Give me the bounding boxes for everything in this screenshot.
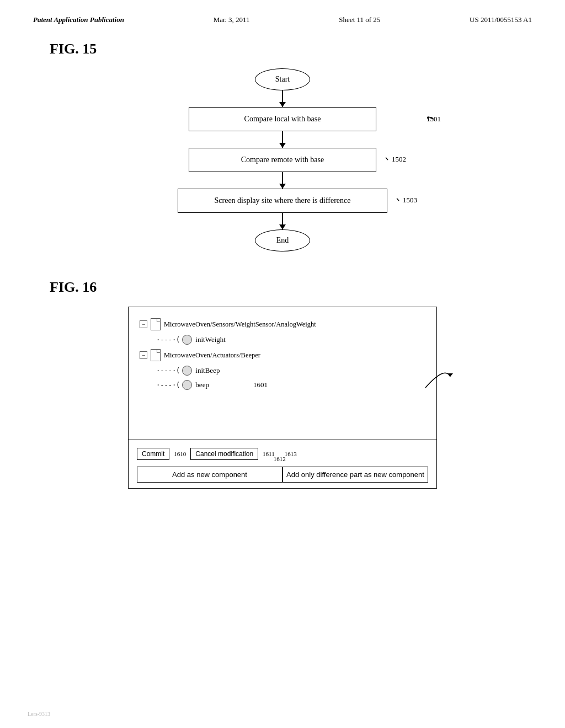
dialog-content: − MicrowaveOven/Sensors/WeightSensor/Ana… [129,307,436,440]
minus-icon-1: − [140,320,147,328]
tree-item-2: − MicrowaveOven/Actuators/Beeper [140,349,425,361]
add-new-component-button[interactable]: Add as new component [137,467,282,483]
tree-child-2b: ·---·( beep 1601 [156,380,425,390]
header-date: Mar. 3, 2011 [214,15,250,24]
dialog-bottom: Commit 1610 Cancel modification 1611 161… [129,440,436,488]
commit-ref: 1610 [174,451,186,457]
flowchart-box3: Screen display site where there is diffe… [178,189,387,213]
flowchart-box1: Compare local with base 1501 [189,107,376,131]
fig15-label: FIG. 15 [50,41,565,57]
ref-curve-svg [423,366,456,393]
tree-icons-1: − [140,318,161,330]
circle-icon-2a [182,366,192,376]
tree-icons-2: − [140,349,161,361]
doc-icon-1 [151,318,161,330]
flowchart-end: End [255,229,310,251]
doc-icon-2 [151,349,161,361]
minus-icon-2: − [140,351,147,359]
fig16-dialog: − MicrowaveOven/Sensors/WeightSensor/Ana… [128,307,437,489]
cancel-ref: 1611 [263,451,275,457]
header-sheet: Sheet 11 of 25 [339,15,380,24]
cancel-button[interactable]: Cancel modification [190,448,258,460]
flowchart-start: Start [255,68,310,90]
circle-icon-2b [182,380,192,390]
tree-line-2a: ·---·( [156,367,180,374]
flowchart-box2: Compare remote with base 1502 [189,148,376,172]
tree-child-1: ·---·( initWeight [156,335,425,345]
ref-1612: 1612 [274,456,286,462]
flowchart-fig15: Start Compare local with base 1501 Compa… [0,68,565,251]
arrow-3 [282,172,283,189]
arrow-2 [282,131,283,148]
arrow-4 [282,213,283,229]
arrow-1 [282,90,283,107]
commit-button[interactable]: Commit [137,448,169,460]
tree-line-1: ·---·( [156,336,180,344]
watermark: Lers-9313 [28,711,50,717]
page-header: Patent Application Publication Mar. 3, 2… [0,0,565,24]
fig15-section: FIG. 15 Start Compare local with base 15… [0,41,565,251]
bottom-buttons-row2: Add as new component Add only difference… [137,467,428,483]
ref-1601: 1601 [253,381,268,389]
add-diff-component-button[interactable]: Add only difference part as new componen… [282,467,428,483]
header-publication: Patent Application Publication [33,15,124,24]
header-patent: US 2011/0055153 A1 [470,15,532,24]
ref-1613: 1613 [285,451,297,457]
bottom-buttons-row1: Commit 1610 Cancel modification 1611 161… [137,446,428,462]
tree-child-2a: ·---·( initBeep [156,366,425,376]
fig16-label: FIG. 16 [50,279,565,296]
fig16-section: FIG. 16 − MicrowaveOven/Sensors/WeightSe… [0,279,565,489]
circle-icon-1 [182,335,192,345]
tree-line-2b: ·---·( [156,381,180,389]
tree-item-1: − MicrowaveOven/Sensors/WeightSensor/Ana… [140,318,425,330]
svg-marker-0 [447,373,453,377]
